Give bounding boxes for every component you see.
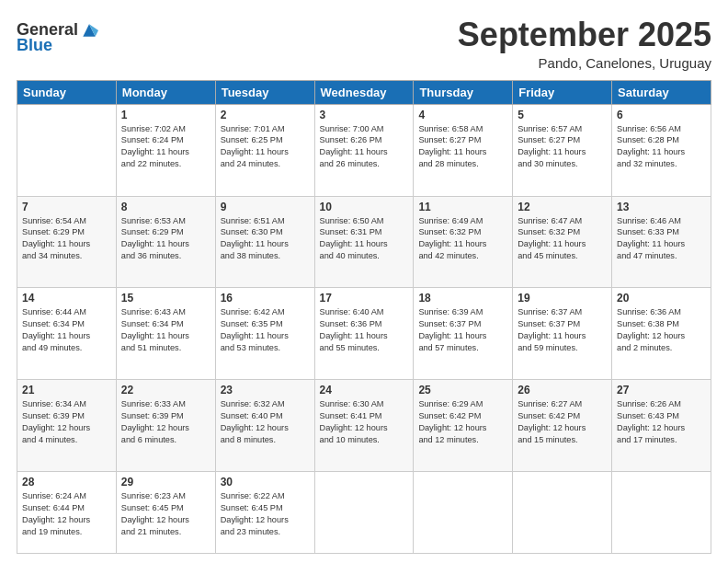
day-number: 24 [320,384,409,396]
calendar-cell [414,472,513,554]
calendar-cell: 2Sunrise: 7:01 AM Sunset: 6:25 PM Daylig… [215,104,314,196]
day-number: 23 [221,384,310,396]
day-number: 12 [518,201,607,213]
calendar-cell: 5Sunrise: 6:57 AM Sunset: 6:27 PM Daylig… [513,104,612,196]
calendar-cell: 6Sunrise: 6:56 AM Sunset: 6:28 PM Daylig… [612,104,711,196]
day-number: 8 [121,201,210,213]
day-number: 22 [121,384,210,396]
calendar-cell: 21Sunrise: 6:34 AM Sunset: 6:39 PM Dayli… [17,380,117,472]
day-info: Sunrise: 7:00 AM Sunset: 6:26 PM Dayligh… [320,123,409,171]
day-info: Sunrise: 6:51 AM Sunset: 6:30 PM Dayligh… [221,215,310,263]
day-info: Sunrise: 6:39 AM Sunset: 6:37 PM Dayligh… [418,306,507,354]
day-number: 15 [121,292,210,304]
day-number: 11 [418,201,507,213]
day-of-week-header: Thursday [414,80,513,104]
title-block: September 2025 Pando, Canelones, Uruguay [458,17,711,71]
day-info: Sunrise: 6:29 AM Sunset: 6:42 PM Dayligh… [418,398,507,446]
calendar-cell: 8Sunrise: 6:53 AM Sunset: 6:29 PM Daylig… [116,196,215,288]
day-number: 19 [518,292,607,304]
day-info: Sunrise: 6:43 AM Sunset: 6:34 PM Dayligh… [121,306,210,354]
day-info: Sunrise: 6:34 AM Sunset: 6:39 PM Dayligh… [22,398,111,446]
calendar-table: SundayMondayTuesdayWednesdayThursdayFrid… [17,80,711,554]
day-info: Sunrise: 6:57 AM Sunset: 6:27 PM Dayligh… [518,123,607,171]
day-info: Sunrise: 6:53 AM Sunset: 6:29 PM Dayligh… [121,215,210,263]
day-number: 5 [518,109,607,121]
day-info: Sunrise: 6:58 AM Sunset: 6:27 PM Dayligh… [418,123,507,171]
day-info: Sunrise: 6:50 AM Sunset: 6:31 PM Dayligh… [320,215,409,263]
logo: General Blue [17,20,98,55]
day-info: Sunrise: 7:01 AM Sunset: 6:25 PM Dayligh… [221,123,310,171]
calendar-cell: 26Sunrise: 6:27 AM Sunset: 6:42 PM Dayli… [513,380,612,472]
day-of-week-header: Saturday [612,80,711,104]
calendar-cell: 12Sunrise: 6:47 AM Sunset: 6:32 PM Dayli… [513,196,612,288]
calendar-header-row: SundayMondayTuesdayWednesdayThursdayFrid… [17,80,711,104]
calendar-cell: 19Sunrise: 6:37 AM Sunset: 6:37 PM Dayli… [513,288,612,380]
day-info: Sunrise: 6:42 AM Sunset: 6:35 PM Dayligh… [221,306,310,354]
day-number: 1 [121,109,210,121]
day-of-week-header: Monday [116,80,215,104]
logo-icon [80,21,98,40]
calendar-cell: 23Sunrise: 6:32 AM Sunset: 6:40 PM Dayli… [215,380,314,472]
day-of-week-header: Friday [513,80,612,104]
day-number: 7 [22,201,111,213]
day-number: 2 [221,109,310,121]
day-info: Sunrise: 6:37 AM Sunset: 6:37 PM Dayligh… [518,306,607,354]
day-number: 21 [22,384,111,396]
location-subtitle: Pando, Canelones, Uruguay [458,55,711,71]
calendar-cell: 15Sunrise: 6:43 AM Sunset: 6:34 PM Dayli… [116,288,215,380]
day-number: 10 [320,201,409,213]
calendar-cell: 28Sunrise: 6:24 AM Sunset: 6:44 PM Dayli… [17,472,117,554]
day-info: Sunrise: 6:27 AM Sunset: 6:42 PM Dayligh… [518,398,607,446]
day-number: 9 [221,201,310,213]
day-info: Sunrise: 6:30 AM Sunset: 6:41 PM Dayligh… [320,398,409,446]
day-info: Sunrise: 6:44 AM Sunset: 6:34 PM Dayligh… [22,306,111,354]
calendar-cell: 11Sunrise: 6:49 AM Sunset: 6:32 PM Dayli… [414,196,513,288]
day-of-week-header: Tuesday [215,80,314,104]
day-info: Sunrise: 6:32 AM Sunset: 6:40 PM Dayligh… [221,398,310,446]
month-title: September 2025 [458,17,711,53]
calendar-cell: 7Sunrise: 6:54 AM Sunset: 6:29 PM Daylig… [17,196,117,288]
day-number: 6 [617,109,706,121]
calendar-cell [513,472,612,554]
day-number: 18 [418,292,507,304]
day-number: 16 [221,292,310,304]
day-info: Sunrise: 6:24 AM Sunset: 6:44 PM Dayligh… [22,490,111,538]
day-info: Sunrise: 6:40 AM Sunset: 6:36 PM Dayligh… [320,306,409,354]
day-number: 20 [617,292,706,304]
day-info: Sunrise: 7:02 AM Sunset: 6:24 PM Dayligh… [121,123,210,171]
calendar-cell [17,104,117,196]
calendar-cell [314,472,414,554]
day-number: 25 [418,384,507,396]
page: General Blue September 2025 Pando, Canel… [0,0,728,563]
day-number: 30 [221,476,310,488]
logo-blue-text: Blue [17,36,52,55]
day-number: 14 [22,292,111,304]
calendar-cell: 22Sunrise: 6:33 AM Sunset: 6:39 PM Dayli… [116,380,215,472]
calendar-cell: 20Sunrise: 6:36 AM Sunset: 6:38 PM Dayli… [612,288,711,380]
calendar-cell: 3Sunrise: 7:00 AM Sunset: 6:26 PM Daylig… [314,104,414,196]
header: General Blue September 2025 Pando, Canel… [17,17,711,71]
calendar-cell: 13Sunrise: 6:46 AM Sunset: 6:33 PM Dayli… [612,196,711,288]
day-number: 27 [617,384,706,396]
day-info: Sunrise: 6:23 AM Sunset: 6:45 PM Dayligh… [121,490,210,538]
calendar-cell: 1Sunrise: 7:02 AM Sunset: 6:24 PM Daylig… [116,104,215,196]
calendar-cell: 9Sunrise: 6:51 AM Sunset: 6:30 PM Daylig… [215,196,314,288]
calendar-cell: 18Sunrise: 6:39 AM Sunset: 6:37 PM Dayli… [414,288,513,380]
calendar-cell: 14Sunrise: 6:44 AM Sunset: 6:34 PM Dayli… [17,288,117,380]
day-info: Sunrise: 6:36 AM Sunset: 6:38 PM Dayligh… [617,306,706,354]
calendar-cell: 17Sunrise: 6:40 AM Sunset: 6:36 PM Dayli… [314,288,414,380]
day-number: 28 [22,476,111,488]
day-of-week-header: Sunday [17,80,117,104]
calendar-cell: 24Sunrise: 6:30 AM Sunset: 6:41 PM Dayli… [314,380,414,472]
day-number: 26 [518,384,607,396]
day-info: Sunrise: 6:22 AM Sunset: 6:45 PM Dayligh… [221,490,310,538]
day-info: Sunrise: 6:56 AM Sunset: 6:28 PM Dayligh… [617,123,706,171]
day-number: 4 [418,109,507,121]
day-number: 17 [320,292,409,304]
day-info: Sunrise: 6:33 AM Sunset: 6:39 PM Dayligh… [121,398,210,446]
day-number: 29 [121,476,210,488]
day-number: 3 [320,109,409,121]
calendar-cell: 29Sunrise: 6:23 AM Sunset: 6:45 PM Dayli… [116,472,215,554]
calendar-cell: 27Sunrise: 6:26 AM Sunset: 6:43 PM Dayli… [612,380,711,472]
day-info: Sunrise: 6:26 AM Sunset: 6:43 PM Dayligh… [617,398,706,446]
